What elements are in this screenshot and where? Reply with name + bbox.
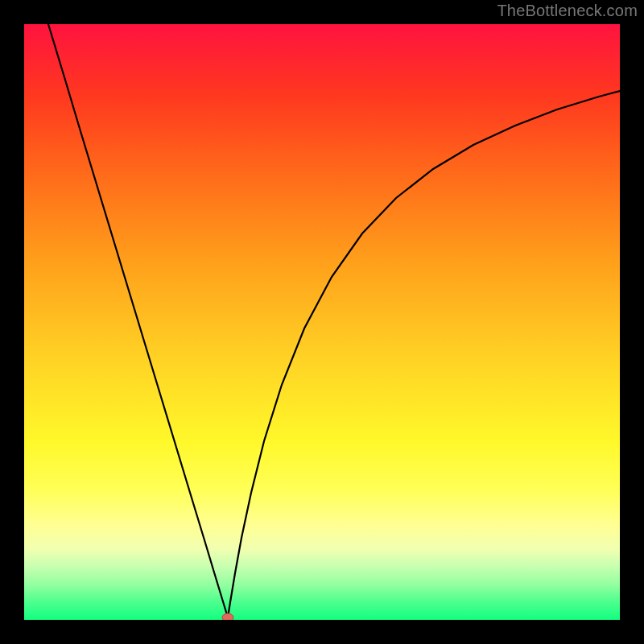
curve-left-branch — [48, 24, 228, 617]
bottleneck-curve — [24, 24, 620, 620]
watermark-text: TheBottleneck.com — [497, 2, 638, 20]
curve-right-branch — [228, 91, 620, 617]
plot-area — [24, 24, 620, 620]
minimum-marker — [222, 613, 233, 620]
chart-frame: TheBottleneck.com — [0, 0, 644, 644]
